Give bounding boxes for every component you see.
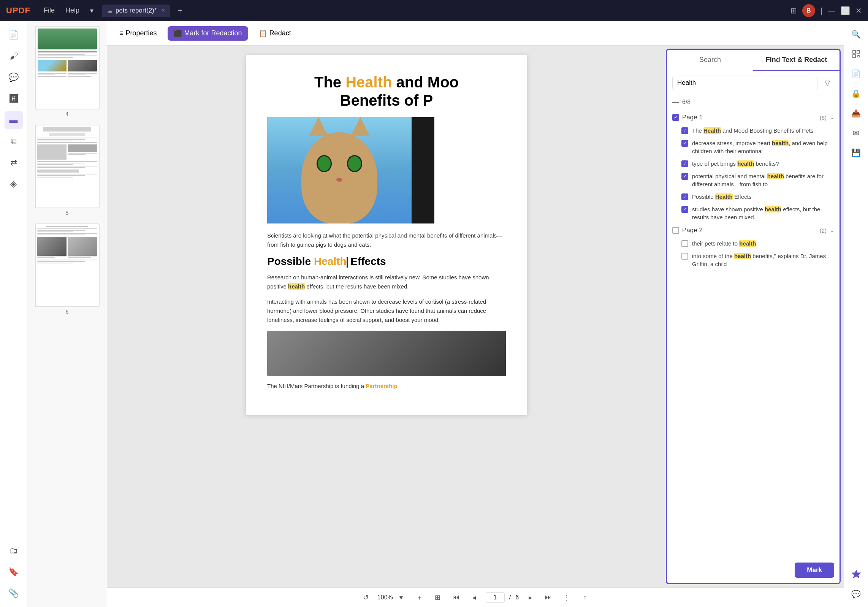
sidebar-icon-document[interactable]: 📄 [5, 26, 23, 44]
menu-dropdown[interactable]: ▾ [86, 5, 97, 16]
active-tab[interactable]: ☁ pets report(2)* × [102, 5, 170, 17]
sidebar-icon-text[interactable]: 🅰 [5, 90, 23, 108]
page-total: 6 [515, 594, 519, 601]
result-checkbox-1-1[interactable] [681, 127, 688, 134]
sidebar-icon-stack[interactable]: 🗂 [5, 542, 23, 560]
redact-label: Redact [269, 29, 291, 37]
close-button[interactable]: ✕ [855, 6, 862, 15]
page1-checkbox[interactable] [672, 114, 679, 121]
result-item-1-5[interactable]: Possible Health Effects [667, 190, 839, 203]
health-inline-1: health [288, 283, 305, 290]
sidebar-icon-convert[interactable]: ⇄ [5, 154, 23, 172]
view-mode-button[interactable]: ⋮ [560, 591, 573, 604]
toolbar: ≡ Properties ⬛ Mark for Redaction 📋 Reda… [107, 21, 844, 46]
result-item-2-2[interactable]: into some of the health benefits," expla… [667, 250, 839, 270]
right-ocr-icon[interactable] [848, 46, 865, 62]
zoom-dropdown-button[interactable]: ▾ [394, 591, 408, 604]
panel-search-input[interactable] [672, 76, 817, 90]
window-expand-icon[interactable]: ⊞ [790, 6, 797, 15]
menu-file[interactable]: File [40, 5, 59, 16]
right-chat-icon[interactable]: 💬 [848, 586, 865, 602]
right-share-icon[interactable]: 📤 [848, 105, 865, 122]
thumb-label-5: 5 [66, 210, 69, 216]
thumbnail-page-5[interactable]: 5 [27, 123, 107, 217]
result-item-1-4[interactable]: potential physical and mental health ben… [667, 170, 839, 190]
result-checkbox-1-5[interactable] [681, 193, 688, 200]
first-page-button[interactable]: ⏮ [449, 591, 463, 604]
fit-page-button[interactable]: ⊞ [431, 591, 445, 604]
thumbnail-page-4[interactable]: 4 [27, 24, 107, 119]
pdf-content[interactable]: The Health and Moo Benefits of P [107, 46, 666, 587]
right-translate-icon[interactable]: 📄 [848, 65, 865, 82]
result-item-1-1[interactable]: The Health and Mood-Boosting Benefits of… [667, 124, 839, 137]
result-item-1-2[interactable]: decrease stress, improve heart health, a… [667, 137, 839, 157]
svg-rect-2 [853, 55, 855, 57]
zoom-percent: 100% [377, 594, 393, 601]
svg-rect-1 [857, 51, 860, 53]
rotate-left-button[interactable]: ↺ [359, 591, 373, 604]
result-item-2-1[interactable]: their pets relate to health. [667, 237, 839, 250]
page-number-input[interactable] [486, 592, 505, 603]
sidebar-icon-bookmark[interactable]: 🔖 [5, 563, 23, 581]
tab-find-text-redact[interactable]: Find Text & Redact [753, 50, 839, 71]
zoom-in-button[interactable]: ＋ [413, 591, 426, 604]
sidebar-icon-brush[interactable]: 🖌 [5, 47, 23, 65]
sidebar-icon-copy[interactable]: ⧉ [5, 132, 23, 151]
effects-text: Effects [348, 255, 386, 267]
result-checkbox-1-4[interactable] [681, 173, 688, 180]
page2-checkbox[interactable] [672, 227, 679, 234]
tab-search[interactable]: Search [667, 50, 753, 71]
properties-button[interactable]: ≡ Properties [113, 26, 163, 40]
right-save-icon[interactable]: 💾 [848, 144, 865, 161]
possible-text: Possible [267, 255, 314, 267]
result-item-1-3[interactable]: type of pet brings health benefits? [667, 157, 839, 170]
app-body: 📄 🖌 💬 🅰 ▬ ⧉ ⇄ ◈ 🗂 🔖 📎 [0, 21, 868, 607]
sidebar-icon-comment[interactable]: 💬 [5, 68, 23, 87]
sidebar-icon-layers[interactable]: ◈ [5, 175, 23, 193]
thumbnail-page-6[interactable]: 6 [27, 222, 107, 316]
right-lock-icon[interactable]: 🔒 [848, 85, 865, 102]
right-ai-icon[interactable] [848, 566, 865, 583]
page2-header[interactable]: Page 2 (2) ⌄ [667, 223, 839, 237]
filter-button[interactable]: ▽ [820, 76, 834, 90]
result-checkbox-1-3[interactable] [681, 160, 688, 167]
right-mail-icon[interactable]: ✉ [848, 125, 865, 141]
right-search-icon[interactable]: 🔍 [848, 26, 865, 43]
result-text-2-1: their pets relate to health. [692, 239, 758, 247]
result-item-1-6[interactable]: studies have shown positive health effec… [667, 203, 839, 223]
result-text-1-5: Possible Health Effects [692, 193, 751, 201]
pdf-interacting-text: Interacting with animals has been shown … [267, 297, 506, 325]
pdf-cat-image [267, 117, 412, 223]
thumb-img-4 [35, 26, 100, 109]
result-checkbox-2-2[interactable] [681, 253, 688, 260]
page1-chevron[interactable]: ⌄ [830, 114, 834, 120]
maximize-button[interactable]: ⬜ [841, 6, 850, 15]
sidebar-icon-redact[interactable]: ▬ [5, 111, 23, 129]
redact-button[interactable]: 📋 Redact [253, 26, 297, 41]
mark-button[interactable]: Mark [795, 563, 834, 578]
mark-for-redaction-button[interactable]: ⬛ Mark for Redaction [168, 26, 248, 41]
result-text-1-2: decrease stress, improve heart health, a… [692, 139, 834, 155]
add-tab-button[interactable]: + [175, 5, 185, 17]
user-avatar[interactable]: B [802, 4, 815, 17]
sidebar-icon-attach[interactable]: 📎 [5, 584, 23, 602]
window-controls: ⊞ B | — ⬜ ✕ [790, 4, 862, 17]
minimize-button[interactable]: — [828, 6, 835, 15]
properties-icon: ≡ [119, 29, 124, 37]
search-panel: Search Find Text & Redact ▽ — 6/8 [666, 49, 841, 584]
last-page-button[interactable]: ⏭ [542, 591, 555, 604]
tab-cloud-icon: ☁ [107, 8, 112, 14]
scroll-mode-button[interactable]: ↕ [578, 591, 592, 604]
prev-page-button[interactable]: ◂ [467, 591, 481, 604]
result-checkbox-1-2[interactable] [681, 140, 688, 147]
search-count: 6/8 [682, 99, 691, 106]
collapse-all-button[interactable]: — [672, 98, 679, 106]
result-checkbox-2-1[interactable] [681, 240, 688, 247]
menu-help[interactable]: Help [62, 5, 83, 16]
right-icon-bar: 🔍 📄 🔒 📤 ✉ 💾 💬 [844, 21, 868, 607]
result-checkbox-1-6[interactable] [681, 206, 688, 213]
page1-header[interactable]: Page 1 (6) ⌄ [667, 111, 839, 124]
tab-close-button[interactable]: × [162, 7, 165, 14]
next-page-button[interactable]: ▸ [523, 591, 537, 604]
page2-chevron[interactable]: ⌄ [830, 227, 834, 233]
